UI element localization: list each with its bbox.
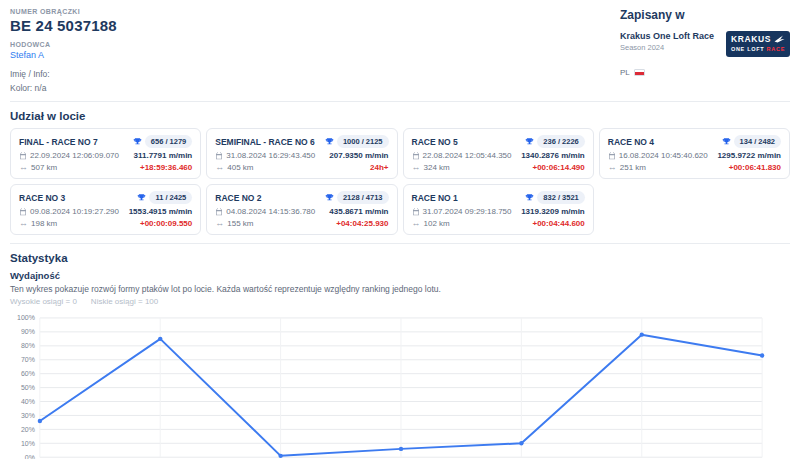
trophy-icon bbox=[525, 193, 534, 202]
rank-badge: 11 / 2425 bbox=[149, 191, 192, 204]
logo-text: KRAKUS bbox=[731, 35, 771, 44]
enrollment-title: Zapisany w bbox=[620, 8, 790, 22]
performance-chart: 0%10%20%30%40%50%60%70%80%90%100%RACE NO… bbox=[10, 310, 790, 459]
svg-text:10%: 10% bbox=[21, 440, 35, 447]
race-speed: 311.7791 m/min bbox=[134, 151, 193, 160]
distance-icon: ↔ bbox=[608, 163, 617, 172]
trophy-icon bbox=[325, 193, 334, 202]
svg-text:40%: 40% bbox=[21, 398, 35, 405]
race-speed: 1340.2876 m/min bbox=[521, 151, 585, 160]
race-card-2[interactable]: RACE NO 2 2128 / 4713 04.08.2024 14:15:3… bbox=[206, 184, 397, 235]
race-distance: 198 km bbox=[31, 219, 57, 228]
rank-badge: 832 / 3521 bbox=[537, 191, 584, 204]
race-card-5[interactable]: RACE NO 5 236 / 2226 22.08.2024 12:05:44… bbox=[403, 128, 594, 179]
race-title: SEMIFINAL - RACE NO 6 bbox=[215, 137, 315, 147]
pigeon-identity: NUMER OBRĄCZKI BE 24 5037188 HODOWCA Ste… bbox=[10, 8, 117, 93]
race-title: RACE NO 1 bbox=[412, 193, 458, 203]
calendar-icon bbox=[19, 152, 27, 160]
section-divider bbox=[10, 243, 790, 244]
breeder-label: HODOWCA bbox=[10, 41, 117, 48]
race-card-1[interactable]: RACE NO 1 832 / 3521 31.07.2024 09:29:18… bbox=[403, 184, 594, 235]
race-time-diff: +00:00:09.550 bbox=[140, 219, 192, 228]
race-distance: 507 km bbox=[31, 163, 57, 172]
calendar-icon bbox=[412, 208, 420, 216]
race-datetime: 22.09.2024 12:06:09.070 bbox=[30, 151, 119, 160]
stats-section-title: Statystyka bbox=[10, 252, 790, 264]
stats-subtitle: Wydajność bbox=[10, 270, 790, 281]
race-title: FINAL - RACE NO 7 bbox=[19, 137, 98, 147]
distance-icon: ↔ bbox=[412, 219, 421, 228]
page: NUMER OBRĄCZKI BE 24 5037188 HODOWCA Ste… bbox=[0, 0, 800, 459]
performance-chart-container: 0%10%20%30%40%50%60%70%80%90%100%RACE NO… bbox=[10, 310, 790, 459]
race-time-diff: 24h+ bbox=[370, 163, 388, 172]
race-time-diff: +00:06:41.830 bbox=[729, 163, 781, 172]
ring-number: BE 24 5037188 bbox=[10, 17, 117, 34]
distance-icon: ↔ bbox=[412, 163, 421, 172]
logo-subtext-red: RACE bbox=[767, 46, 785, 52]
trophy-icon bbox=[325, 137, 334, 146]
rank-badge: 134 / 2482 bbox=[734, 135, 781, 148]
race-card-semifinal-6[interactable]: SEMIFINAL - RACE NO 6 1000 / 2125 31.08.… bbox=[206, 128, 397, 179]
distance-icon: ↔ bbox=[215, 163, 224, 172]
krakus-logo[interactable]: KRAKUS ONE LOFT RACE bbox=[726, 31, 790, 57]
calendar-icon bbox=[215, 208, 223, 216]
distance-icon: ↔ bbox=[215, 219, 224, 228]
race-distance: 324 km bbox=[424, 163, 450, 172]
header: NUMER OBRĄCZKI BE 24 5037188 HODOWCA Ste… bbox=[10, 5, 790, 102]
svg-text:0%: 0% bbox=[25, 454, 35, 459]
race-datetime: 31.07.2024 09:29:18.750 bbox=[423, 207, 512, 216]
trophy-icon bbox=[525, 137, 534, 146]
race-distance: 251 km bbox=[620, 163, 646, 172]
poland-flag-icon bbox=[634, 69, 645, 76]
race-distance: 102 km bbox=[424, 219, 450, 228]
rank-badge: 656 / 1279 bbox=[145, 135, 192, 148]
enrollment-race-name: Krakus One Loft Race bbox=[620, 31, 714, 41]
race-speed: 1319.3209 m/min bbox=[521, 207, 585, 216]
calendar-icon bbox=[412, 152, 420, 160]
trophy-icon bbox=[133, 137, 142, 146]
enrollment-race-info: Krakus One Loft Race Season 2024 bbox=[620, 31, 714, 52]
race-datetime: 09.08.2024 10:19:27.290 bbox=[30, 207, 119, 216]
rank-badge: 236 / 2226 bbox=[537, 135, 584, 148]
stats-note: Wysokie osiągi = 0 Niskie osiągi = 100 bbox=[10, 297, 790, 306]
race-title: RACE NO 5 bbox=[412, 137, 458, 147]
stats-note-high: Wysokie osiągi = 0 bbox=[10, 297, 77, 306]
dove-icon bbox=[774, 35, 785, 44]
country-row: PL bbox=[620, 68, 790, 77]
rank-badge: 1000 / 2125 bbox=[337, 135, 389, 148]
distance-icon: ↔ bbox=[19, 219, 28, 228]
race-time-diff: +18:59:36.460 bbox=[140, 163, 192, 172]
race-distance: 405 km bbox=[227, 163, 253, 172]
race-cards-grid: FINAL - RACE NO 7 656 / 1279 22.09.2024 … bbox=[10, 128, 790, 235]
race-card-4[interactable]: RACE NO 4 134 / 2482 16.08.2024 10:45:40… bbox=[599, 128, 790, 179]
race-datetime: 04.08.2024 14:15:36.780 bbox=[226, 207, 315, 216]
svg-text:30%: 30% bbox=[21, 412, 35, 419]
race-time-diff: +00:04:44.600 bbox=[532, 219, 584, 228]
stats-note-low: Niskie osiągi = 100 bbox=[91, 297, 158, 306]
races-section-title: Udział w locie bbox=[10, 110, 790, 122]
race-datetime: 22.08.2024 12:05:44.350 bbox=[423, 151, 512, 160]
trophy-icon bbox=[137, 193, 146, 202]
race-card-final-7[interactable]: FINAL - RACE NO 7 656 / 1279 22.09.2024 … bbox=[10, 128, 201, 179]
race-card-3[interactable]: RACE NO 3 11 / 2425 09.08.2024 10:19:27.… bbox=[10, 184, 201, 235]
race-title: RACE NO 2 bbox=[215, 193, 261, 203]
svg-text:90%: 90% bbox=[21, 328, 35, 335]
svg-text:70%: 70% bbox=[21, 356, 35, 363]
stats-description: Ten wykres pokazuje rozwój formy ptaków … bbox=[10, 284, 790, 294]
name-info: Imię / Info: bbox=[10, 69, 117, 79]
race-distance: 155 km bbox=[227, 219, 253, 228]
race-speed: 1553.4915 m/min bbox=[129, 207, 193, 216]
trophy-icon bbox=[722, 137, 731, 146]
country-code: PL bbox=[620, 68, 630, 77]
calendar-icon bbox=[19, 208, 27, 216]
race-title: RACE NO 4 bbox=[608, 137, 654, 147]
race-speed: 207.9350 m/min bbox=[329, 151, 388, 160]
ring-number-label: NUMER OBRĄCZKI bbox=[10, 8, 117, 15]
race-time-diff: +04:04:25.930 bbox=[336, 219, 388, 228]
enrollment-season: Season 2024 bbox=[620, 43, 714, 52]
svg-text:100%: 100% bbox=[17, 314, 35, 321]
calendar-icon bbox=[608, 152, 616, 160]
logo-subtext-white: ONE LOFT bbox=[731, 46, 764, 52]
breeder-link[interactable]: Stefan A bbox=[10, 50, 117, 60]
race-time-diff: +00:06:14.490 bbox=[532, 163, 584, 172]
